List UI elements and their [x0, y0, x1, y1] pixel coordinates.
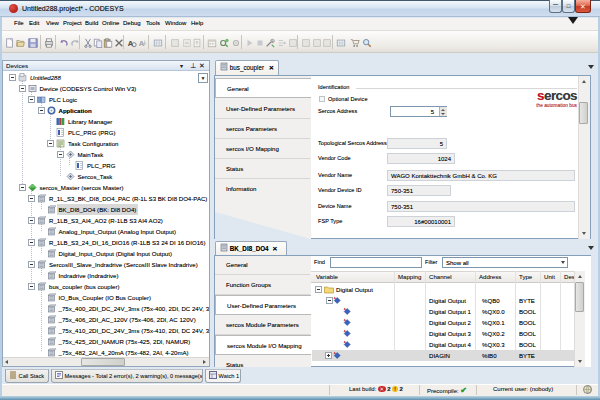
svg-text:A: A — [139, 39, 145, 48]
